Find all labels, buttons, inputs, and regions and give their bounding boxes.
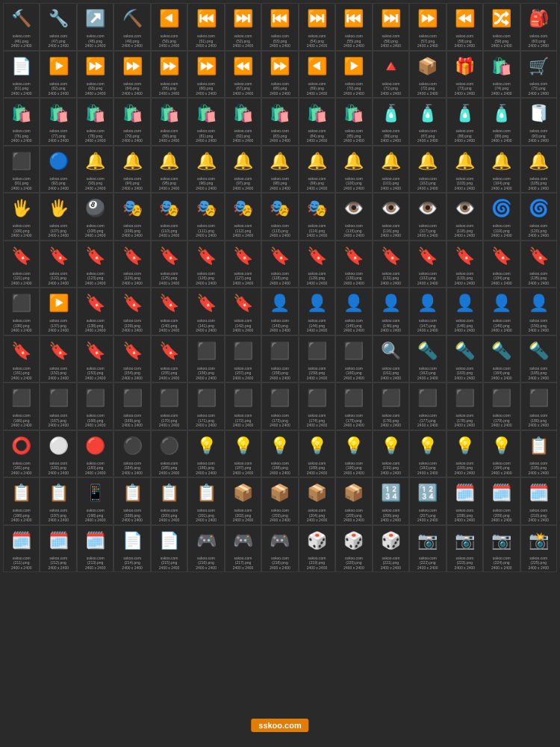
list-item[interactable]: ⬛sskoo.com(160).png2400 x 2400 [335,335,372,383]
list-item[interactable]: 📄sskoo.com(214).png2400 x 2400 [113,525,150,573]
list-item[interactable]: 🔦sskoo.com(164).png2400 x 2400 [483,335,520,383]
list-item[interactable]: ⬛sskoo.com(170).png2400 x 2400 [151,382,187,430]
list-item[interactable]: 🎮sskoo.com(216).png2400 x 2400 [187,525,224,573]
list-item[interactable]: 🔔sskoo.com(95).png2400 x 2400 [151,146,187,193]
list-item[interactable]: 👁️sskoo.com(117).png2400 x 2400 [409,193,446,241]
list-item[interactable]: 🎒sskoo.com(60).png2400 x 2400 [520,3,557,51]
list-item[interactable]: 🔔sskoo.com(101).png2400 x 2400 [373,146,409,193]
list-item[interactable]: 🔖sskoo.com(121).png2400 x 2400 [3,241,40,288]
list-item[interactable]: 🎮sskoo.com(217).png2400 x 2400 [225,525,261,573]
list-item[interactable]: 🔖sskoo.com(124).png2400 x 2400 [113,241,150,288]
list-item[interactable]: 🎁sskoo.com(73).png2400 x 2400 [447,51,483,99]
list-item[interactable]: 📋sskoo.com(201).png2400 x 2400 [187,477,224,525]
list-item[interactable]: 🔔sskoo.com(93).png2400 x 2400 [77,146,113,193]
list-item[interactable]: 🖐️sskoo.com(107).png2400 x 2400 [40,193,76,241]
list-item[interactable]: 🔖sskoo.com(154).png2400 x 2400 [113,335,150,383]
list-item[interactable]: ⏮️sskoo.com(53).png2400 x 2400 [261,3,298,51]
list-item[interactable]: ⬛sskoo.com(169).png2400 x 2400 [113,382,150,430]
list-item[interactable]: 📷sskoo.com(222).png2400 x 2400 [409,525,446,573]
list-item[interactable]: ⬛sskoo.com(91).png2400 x 2400 [3,146,40,193]
list-item[interactable]: 🔖sskoo.com(141).png2400 x 2400 [187,288,224,335]
list-item[interactable]: 🛍️sskoo.com(83).png2400 x 2400 [261,98,298,146]
list-item[interactable]: 👁️sskoo.com(116).png2400 x 2400 [373,193,409,241]
list-item[interactable]: 🛍️sskoo.com(76).png2400 x 2400 [3,98,40,146]
list-item[interactable]: 🧴sskoo.com(86).png2400 x 2400 [373,98,409,146]
list-item[interactable]: 🗓️sskoo.com(212).png2400 x 2400 [40,525,76,573]
list-item[interactable]: 🔢sskoo.com(206).png2400 x 2400 [373,477,409,525]
list-item[interactable]: 🎭sskoo.com(114).png2400 x 2400 [299,193,335,241]
list-item[interactable]: ⬛sskoo.com(180).png2400 x 2400 [520,382,557,430]
list-item[interactable]: 📷sskoo.com(223).png2400 x 2400 [447,525,483,573]
list-item[interactable]: ⏮️sskoo.com(55).png2400 x 2400 [335,3,372,51]
list-item[interactable]: 🔖sskoo.com(130).png2400 x 2400 [335,241,372,288]
list-item[interactable]: 🛍️sskoo.com(79).png2400 x 2400 [113,98,150,146]
list-item[interactable]: ⚫sskoo.com(184).png2400 x 2400 [113,430,150,478]
list-item[interactable]: 📋sskoo.com(199).png2400 x 2400 [113,477,150,525]
list-item[interactable]: 🔖sskoo.com(129).png2400 x 2400 [299,241,335,288]
list-item[interactable]: 🛍️sskoo.com(82).png2400 x 2400 [225,98,261,146]
list-item[interactable]: 🧴sskoo.com(89).png2400 x 2400 [483,98,520,146]
list-item[interactable]: ▶️sskoo.com(70).png2400 x 2400 [335,51,372,99]
list-item[interactable]: 🔖sskoo.com(152).png2400 x 2400 [40,335,76,383]
list-item[interactable]: ◀️sskoo.com(69).png2400 x 2400 [299,51,335,99]
list-item[interactable]: 👤sskoo.com(149).png2400 x 2400 [483,288,520,335]
list-item[interactable]: 🔖sskoo.com(155).png2400 x 2400 [151,335,187,383]
list-item[interactable]: ⬛sskoo.com(136).png2400 x 2400 [3,288,40,335]
list-item[interactable]: 🎱sskoo.com(108).png2400 x 2400 [77,193,113,241]
list-item[interactable]: 🔖sskoo.com(135).png2400 x 2400 [520,241,557,288]
list-item[interactable]: 📄sskoo.com(215).png2400 x 2400 [151,525,187,573]
list-item[interactable]: 📷sskoo.com(224).png2400 x 2400 [483,525,520,573]
list-item[interactable]: 🔔sskoo.com(100).png2400 x 2400 [335,146,372,193]
list-item[interactable]: 💡sskoo.com(186).png2400 x 2400 [187,430,224,478]
list-item[interactable]: ⬛sskoo.com(176).png2400 x 2400 [373,382,409,430]
list-item[interactable]: 🎲sskoo.com(220).png2400 x 2400 [335,525,372,573]
list-item[interactable]: 🛍️sskoo.com(84).png2400 x 2400 [299,98,335,146]
list-item[interactable]: 🔖sskoo.com(153).png2400 x 2400 [77,335,113,383]
list-item[interactable]: 📦sskoo.com(72).png2400 x 2400 [409,51,446,99]
list-item[interactable]: 🎭sskoo.com(110).png2400 x 2400 [151,193,187,241]
list-item[interactable]: 🧴sskoo.com(88).png2400 x 2400 [447,98,483,146]
list-item[interactable]: ⬛sskoo.com(171).png2400 x 2400 [187,382,224,430]
list-item[interactable]: 🎭sskoo.com(109).png2400 x 2400 [113,193,150,241]
list-item[interactable]: 👁️sskoo.com(118).png2400 x 2400 [447,193,483,241]
list-item[interactable]: 🎭sskoo.com(111).png2400 x 2400 [187,193,224,241]
list-item[interactable]: 👤sskoo.com(143).png2400 x 2400 [261,288,298,335]
list-item[interactable]: ⏭️sskoo.com(52).png2400 x 2400 [225,3,261,51]
list-item[interactable]: 🛍️sskoo.com(85).png2400 x 2400 [335,98,372,146]
list-item[interactable]: ⏩sskoo.com(68).png2400 x 2400 [261,51,298,99]
list-item[interactable]: 🔖sskoo.com(122).png2400 x 2400 [40,241,76,288]
list-item[interactable]: 🔖sskoo.com(128).png2400 x 2400 [261,241,298,288]
list-item[interactable]: 🛒sskoo.com(75).png2400 x 2400 [520,51,557,99]
list-item[interactable]: 🔵sskoo.com(92).png2400 x 2400 [40,146,76,193]
list-item[interactable]: 📦sskoo.com(202).png2400 x 2400 [225,477,261,525]
list-item[interactable]: 👤sskoo.com(146).png2400 x 2400 [373,288,409,335]
list-item[interactable]: 🔖sskoo.com(139).png2400 x 2400 [113,288,150,335]
list-item[interactable]: 🎭sskoo.com(112).png2400 x 2400 [225,193,261,241]
list-item[interactable]: ⏭️sskoo.com(56).png2400 x 2400 [373,3,409,51]
list-item[interactable]: ⬛sskoo.com(168).png2400 x 2400 [77,382,113,430]
list-item[interactable]: 🔖sskoo.com(127).png2400 x 2400 [225,241,261,288]
list-item[interactable]: 👤sskoo.com(148).png2400 x 2400 [447,288,483,335]
list-item[interactable]: 🔔sskoo.com(97).png2400 x 2400 [225,146,261,193]
list-item[interactable]: 🧴sskoo.com(87).png2400 x 2400 [409,98,446,146]
list-item[interactable]: 📄sskoo.com(61).png2400 x 2400 [3,51,40,99]
list-item[interactable]: ⚪sskoo.com(182).png2400 x 2400 [40,430,76,478]
list-item[interactable]: 🔖sskoo.com(138).png2400 x 2400 [77,288,113,335]
list-item[interactable]: 📸sskoo.com(225).png2400 x 2400 [520,525,557,573]
list-item[interactable]: ▶️sskoo.com(62).png2400 x 2400 [40,51,76,99]
list-item[interactable]: 💡sskoo.com(188).png2400 x 2400 [261,430,298,478]
list-item[interactable]: 🔧sskoo.com(47).png2400 x 2400 [40,3,76,51]
list-item[interactable]: ⬛sskoo.com(174).png2400 x 2400 [299,382,335,430]
list-item[interactable]: ⛏️sskoo.com(49).png2400 x 2400 [113,3,150,51]
list-item[interactable]: 🔖sskoo.com(151).png2400 x 2400 [3,335,40,383]
list-item[interactable]: ⏮️sskoo.com(51).png2400 x 2400 [187,3,224,51]
list-item[interactable]: 🎮sskoo.com(218).png2400 x 2400 [261,525,298,573]
list-item[interactable]: 🎲sskoo.com(221).png2400 x 2400 [373,525,409,573]
list-item[interactable]: 💡sskoo.com(191).png2400 x 2400 [373,430,409,478]
list-item[interactable]: ◀️sskoo.com(50).png2400 x 2400 [151,3,187,51]
list-item[interactable]: 🔔sskoo.com(94).png2400 x 2400 [113,146,150,193]
list-item[interactable]: 🗓️sskoo.com(211).png2400 x 2400 [3,525,40,573]
list-item[interactable]: 🔔sskoo.com(96).png2400 x 2400 [187,146,224,193]
list-item[interactable]: 🔖sskoo.com(134).png2400 x 2400 [483,241,520,288]
list-item[interactable]: 🎲sskoo.com(219).png2400 x 2400 [299,525,335,573]
